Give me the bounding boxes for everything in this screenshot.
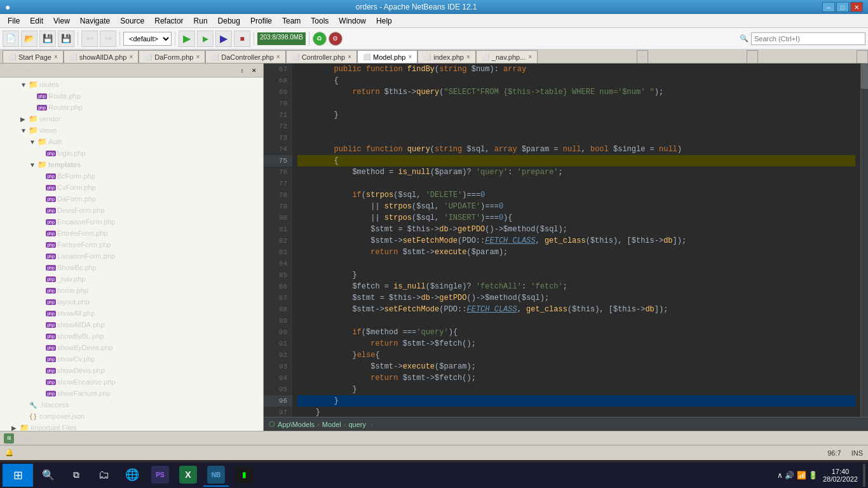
tree-item[interactable]: ▼📁views <box>0 125 263 136</box>
tab-_nav-php---[interactable]: ⬜_nav.php...× <box>476 50 538 63</box>
run-file-button[interactable]: ▶ <box>197 30 214 47</box>
tab-Start-Page[interactable]: ⬜Start Page× <box>3 50 64 63</box>
menu-item-window[interactable]: Window <box>334 15 371 27</box>
tree-item[interactable]: phpRoute.php <box>0 90 263 102</box>
tree-item[interactable]: phpBcForm.php <box>0 170 263 182</box>
menu-item-run[interactable]: Run <box>189 15 213 27</box>
tree-item[interactable]: phpEntréeForm.php <box>0 227 263 239</box>
tree-item[interactable]: phplayout.php <box>0 296 263 308</box>
tab-index-php[interactable]: ⬜index.php× <box>417 50 476 63</box>
file-explorer-button[interactable]: 🗂 <box>92 464 117 487</box>
terminal-button[interactable]: ▮ <box>231 464 257 487</box>
search-taskbar-button[interactable]: 🔍 <box>36 464 61 487</box>
tree-item[interactable]: phpEncaisseForm.php <box>0 216 263 227</box>
tabs-scroll-right[interactable]: ▶ <box>747 50 758 63</box>
tree-item[interactable]: phpLivraisonForm.php <box>0 250 263 262</box>
close-button[interactable]: ✕ <box>850 2 863 12</box>
menu-item-navigate[interactable]: Navigate <box>75 15 115 27</box>
tree-item[interactable]: phphome.php <box>0 285 263 296</box>
search-input[interactable] <box>751 32 865 45</box>
phpstorm-button[interactable]: PS <box>147 464 173 487</box>
menu-item-tools[interactable]: Tools <box>306 15 334 27</box>
tree-item[interactable]: phpshowEncaisse.php <box>0 376 263 388</box>
tab-close-button[interactable]: × <box>528 53 532 60</box>
save-all-button[interactable]: 💾 <box>58 30 74 47</box>
menu-item-debug[interactable]: Debug <box>213 15 245 27</box>
tab-DaController-php[interactable]: ⬜DaController.php× <box>205 50 285 63</box>
memory-indicator[interactable]: 203:8/398.0MB <box>257 32 306 45</box>
code-editor[interactable]: public function findBy(string $num): arr… <box>292 64 860 417</box>
tree-item[interactable]: phpshowCv.php <box>0 353 263 365</box>
tab-close-button[interactable]: × <box>466 53 470 60</box>
tree-item[interactable]: php_nav.php <box>0 273 263 285</box>
minimize-button[interactable]: – <box>822 2 835 12</box>
menu-item-refactor[interactable]: Refactor <box>149 15 188 27</box>
tree-item[interactable]: ▶📁vendor <box>0 113 263 125</box>
tab-close-button[interactable]: × <box>54 53 58 60</box>
breadcrumb-item-3[interactable]: query <box>348 421 366 428</box>
tree-item[interactable]: { }composer.json <box>0 410 263 422</box>
debug-button[interactable]: ▶ <box>215 30 232 47</box>
tree-item[interactable]: phpshowAllDA.php <box>0 319 263 330</box>
breadcrumb-item-1[interactable]: App\Models <box>278 421 315 428</box>
run-project-button[interactable]: ▶ <box>179 30 195 47</box>
tree-item[interactable]: ▶📁Important Files <box>0 422 263 431</box>
menu-item-file[interactable]: File <box>3 15 25 27</box>
menu-item-help[interactable]: Help <box>371 15 397 27</box>
tree-item[interactable]: phpDaForm.php <box>0 193 263 205</box>
sync-button[interactable]: ↕ <box>237 65 247 76</box>
task-view-button[interactable]: ⧉ <box>64 464 89 487</box>
tree-item[interactable]: 🔧.htaccess <box>0 399 263 410</box>
menu-item-edit[interactable]: Edit <box>25 15 48 27</box>
tab-close-button[interactable]: × <box>276 53 280 60</box>
tree-item[interactable]: ▼📁routes <box>0 79 263 90</box>
menu-item-view[interactable]: View <box>48 15 75 27</box>
excel-button[interactable]: X <box>175 464 201 487</box>
redo-button[interactable]: ↪ <box>100 30 116 47</box>
undo-button[interactable]: ↩ <box>81 30 98 47</box>
profile-button[interactable]: ⚙ <box>329 32 342 46</box>
tree-item[interactable]: phpshowByBL.php <box>0 330 263 342</box>
tabs-scroll-left[interactable]: ◀ <box>637 50 648 63</box>
config-select[interactable]: <default> <box>123 32 172 46</box>
tree-item[interactable]: phpshowByDevis.php <box>0 342 263 353</box>
tree-item[interactable]: phpshowFacture.php <box>0 388 263 399</box>
tree-item[interactable]: phpFactureForm.php <box>0 239 263 250</box>
tree-item[interactable]: ▼📁templates <box>0 159 263 170</box>
menu-item-team[interactable]: Team <box>277 15 306 27</box>
tree-item[interactable]: phplogin.php <box>0 147 263 159</box>
stop-button[interactable]: ■ <box>234 30 250 47</box>
start-button[interactable]: ⊞ <box>3 464 33 487</box>
tab-close-button[interactable]: × <box>348 53 351 60</box>
close-panel-button[interactable]: ✕ <box>249 65 259 76</box>
tree-item[interactable]: phpDevisForm.php <box>0 205 263 216</box>
save-button[interactable]: 💾 <box>39 30 56 47</box>
tree-item[interactable]: phpCvForm.php <box>0 182 263 193</box>
tab-close-button[interactable]: × <box>408 53 412 60</box>
tab-close-button[interactable]: × <box>196 53 200 60</box>
breadcrumb-item-2[interactable]: Model <box>322 421 341 428</box>
tree-item[interactable]: phpShowBc.php <box>0 262 263 273</box>
tab-showAllDA-php[interactable]: ⬜showAllDA.php× <box>64 50 139 63</box>
tree-item[interactable]: phpshowDevis.php <box>0 365 263 376</box>
tabs-menu-button[interactable]: ▼ <box>857 50 868 63</box>
tab-Controller-php[interactable]: ⬜Controller.php× <box>286 50 357 63</box>
gc-button[interactable]: ♻ <box>313 32 327 46</box>
tree-item[interactable]: phpshowAll.php <box>0 308 263 319</box>
tab-Model-php[interactable]: ⬜Model.php× <box>357 50 417 63</box>
menu-item-profile[interactable]: Profile <box>245 15 277 27</box>
open-project-button[interactable]: 📂 <box>21 30 37 47</box>
show-desktop-button[interactable] <box>863 464 865 487</box>
output-label[interactable]: Output <box>17 435 37 442</box>
maximize-button[interactable]: □ <box>836 2 849 12</box>
tree-item[interactable]: ▼📁Auth <box>0 136 263 147</box>
editor-scrollbar[interactable] <box>860 64 868 417</box>
projects-tree-scroll[interactable]: ▼📁routesphpRoute.phpphpRouter.php▶📁vendo… <box>0 78 263 431</box>
chrome-button[interactable]: 🌐 <box>119 464 145 487</box>
tab-close-button[interactable]: × <box>129 53 133 60</box>
menu-item-source[interactable]: Source <box>115 15 149 27</box>
netbeans-button[interactable]: NB <box>203 464 229 487</box>
new-file-button[interactable]: 📄 <box>3 30 19 47</box>
tree-item[interactable]: phpRouter.php <box>0 102 263 113</box>
tab-DaForm-php[interactable]: ⬜DaForm.php× <box>139 50 205 63</box>
